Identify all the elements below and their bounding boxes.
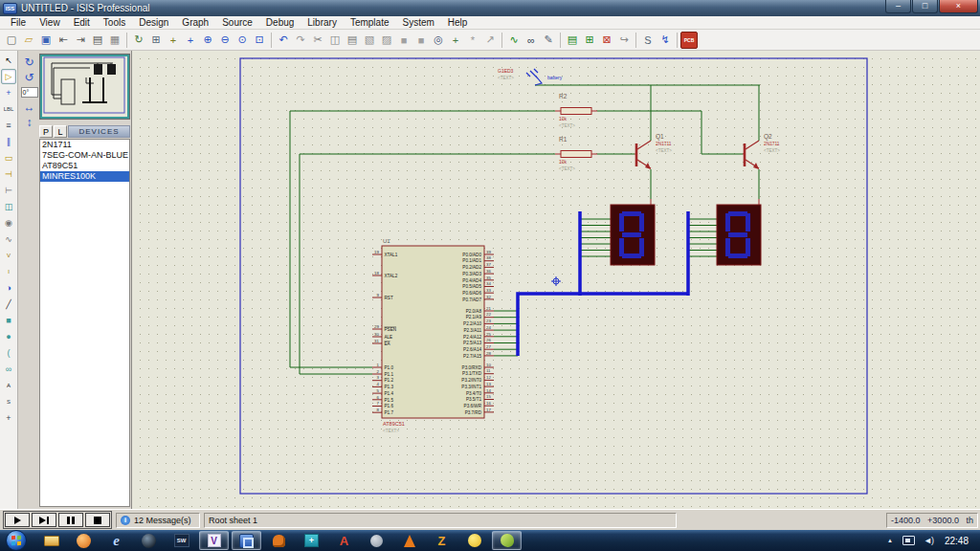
view-source-button[interactable]: S: [639, 32, 657, 49]
pick-devices-button[interactable]: P: [39, 125, 53, 138]
new-sheet-button[interactable]: ⊞: [581, 32, 598, 49]
network-icon[interactable]: [902, 536, 915, 545]
battery-symbol[interactable]: G1ED3 <TEXT> battery: [498, 68, 563, 85]
taskbar-red-a-app[interactable]: A: [329, 531, 359, 550]
transistor-q1[interactable]: Q1 2N1711 <TEXT>: [635, 133, 672, 169]
junction-dot-mode-button[interactable]: +: [1, 85, 16, 100]
selection-mode-button[interactable]: ↖: [1, 53, 16, 68]
taskbar-v-app[interactable]: V: [199, 531, 229, 550]
taskbar-media-player[interactable]: [69, 531, 99, 550]
virtual-instrument-mode-button[interactable]: ◑: [1, 280, 16, 296]
bus-mode-button[interactable]: ∥: [1, 134, 16, 149]
device-item[interactable]: 2N1711: [40, 140, 129, 150]
2d-line-mode-button[interactable]: ╱: [1, 297, 16, 312]
menu-source[interactable]: Source: [215, 17, 259, 28]
property-assignment-button[interactable]: ✎: [540, 32, 557, 49]
menu-template[interactable]: Template: [344, 17, 396, 28]
build-project-button[interactable]: ↯: [657, 32, 674, 49]
menu-view[interactable]: View: [33, 17, 67, 28]
angle-field[interactable]: 0°: [21, 87, 38, 98]
menu-tools[interactable]: Tools: [97, 17, 132, 28]
taskbar-gray-app[interactable]: [362, 531, 391, 550]
refresh-display-button[interactable]: ↻: [130, 32, 147, 49]
2d-path-mode-button[interactable]: ∞: [1, 362, 16, 377]
netlist-to-ares-button[interactable]: PCB: [680, 32, 698, 49]
block-rotate-button[interactable]: ■: [395, 32, 412, 49]
cut-button[interactable]: ✂: [309, 32, 326, 49]
toggle-grid-button[interactable]: ⊞: [147, 32, 165, 49]
export-section-button[interactable]: ⇥: [72, 32, 89, 49]
menu-system[interactable]: System: [395, 17, 440, 28]
text-script-mode-button[interactable]: ≡: [1, 118, 16, 133]
taskbar-hand-app[interactable]: [264, 531, 294, 550]
block-move-button[interactable]: ▨: [378, 32, 395, 49]
paste-button[interactable]: ▤: [344, 32, 361, 49]
design-explorer-button[interactable]: ▤: [564, 32, 581, 49]
2d-text-mode-button[interactable]: A: [1, 378, 16, 393]
taskbar-globe-app[interactable]: [134, 531, 164, 550]
decompose-button[interactable]: ↗: [481, 32, 499, 49]
marker-mode-button[interactable]: +: [1, 410, 16, 426]
menu-file[interactable]: File: [4, 17, 33, 28]
taskbar-bird-app[interactable]: [492, 531, 522, 550]
menu-debug[interactable]: Debug: [259, 17, 301, 28]
undo-button[interactable]: ↶: [275, 32, 292, 49]
start-button[interactable]: [6, 530, 27, 551]
taskbar-solidworks[interactable]: SW: [167, 531, 196, 550]
seven-segment-display-1[interactable]: [611, 199, 655, 265]
rotate-clockwise-button[interactable]: ↻: [21, 55, 37, 70]
menu-graph[interactable]: Graph: [175, 17, 215, 28]
copy-button[interactable]: ◫: [326, 32, 344, 49]
mirror-vertical-button[interactable]: ↕: [21, 115, 37, 130]
goto-sheet-button[interactable]: ↪: [615, 32, 633, 49]
taskbar-z-app[interactable]: Z: [427, 531, 457, 550]
remove-sheet-button[interactable]: ⊠: [598, 32, 615, 49]
clock[interactable]: 22:48: [945, 536, 969, 546]
device-item[interactable]: AT89C51: [40, 161, 129, 171]
generator-mode-button[interactable]: ∿: [1, 231, 16, 247]
save-design-button[interactable]: ▣: [37, 32, 55, 49]
seven-segment-display-2[interactable]: [717, 199, 761, 265]
taskbar-isis[interactable]: [232, 531, 261, 550]
library-button[interactable]: L: [54, 125, 67, 138]
resistor-r1[interactable]: R1 10k <TEXT>: [555, 136, 597, 171]
voltage-probe-mode-button[interactable]: V: [1, 248, 16, 263]
2d-box-mode-button[interactable]: ■: [1, 313, 16, 328]
rotate-anticlockwise-button[interactable]: ↺: [21, 70, 37, 85]
new-design-button[interactable]: ▢: [3, 32, 20, 49]
resistor-r2[interactable]: R2 10k <TEXT>: [555, 93, 597, 128]
play-button[interactable]: [5, 513, 30, 527]
p2-bus[interactable]: [518, 211, 688, 356]
schematic-edit-area[interactable]: G1ED3 <TEXT> battery R2 10k <TEXT>: [131, 51, 980, 509]
import-section-button[interactable]: ⇤: [55, 32, 72, 49]
wire-autorouter-button[interactable]: ∿: [505, 32, 523, 49]
taskbar-smiley-app[interactable]: [459, 531, 489, 550]
taskbar-vlc[interactable]: [394, 531, 424, 550]
block-delete-button[interactable]: ■: [412, 32, 430, 49]
menu-help[interactable]: Help: [441, 17, 475, 28]
schematic-overview[interactable]: [39, 54, 130, 120]
device-item[interactable]: MINRES100K: [40, 171, 129, 182]
open-design-button[interactable]: ▱: [20, 32, 37, 49]
pause-button[interactable]: [58, 513, 83, 527]
redo-button[interactable]: ↷: [292, 32, 309, 49]
block-copy-button[interactable]: ▧: [361, 32, 378, 49]
center-at-cursor-button[interactable]: +: [182, 32, 199, 49]
print-design-button[interactable]: ▤: [89, 32, 106, 49]
minimize-button[interactable]: –: [885, 0, 911, 13]
2d-arc-mode-button[interactable]: (: [1, 345, 16, 361]
show-hidden-icons-button[interactable]: ▲: [887, 538, 893, 543]
toggle-false-origin-button[interactable]: +: [165, 32, 182, 49]
taskbar-teal-app[interactable]: +: [297, 531, 326, 550]
zoom-all-button[interactable]: ⊙: [234, 32, 251, 49]
terminal-mode-button[interactable]: ⊣: [1, 166, 16, 182]
mcu-at89c51[interactable]: U1 AT89C51 <TEXT> 19XTAL118XTAL29RST29PS…: [372, 238, 494, 433]
packaging-tool-button[interactable]: *: [464, 32, 481, 49]
2d-symbol-mode-button[interactable]: S: [1, 394, 16, 409]
message-panel[interactable]: i 12 Message(s): [116, 513, 200, 528]
2d-circle-mode-button[interactable]: ●: [1, 329, 16, 344]
tape-recorder-mode-button[interactable]: ◉: [1, 215, 16, 231]
mirror-horizontal-button[interactable]: ↔: [21, 99, 37, 115]
wire-label-mode-button[interactable]: LBL: [1, 101, 16, 117]
volume-icon[interactable]: ◄): [924, 536, 933, 545]
